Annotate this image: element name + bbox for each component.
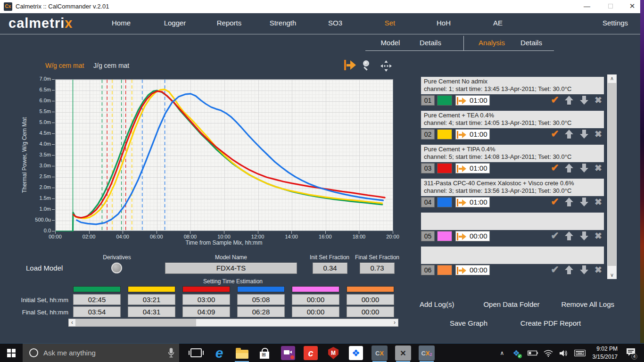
unit-tab-wg[interactable]: W/g cem mat: [45, 62, 84, 69]
video-app-icon[interactable]: [279, 345, 297, 362]
log-remove-icon[interactable]: ✖: [592, 197, 604, 207]
log-include-check-icon[interactable]: ✔: [548, 264, 561, 275]
start-button[interactable]: [0, 344, 23, 362]
windows-store-icon[interactable]: [256, 345, 273, 362]
zoom-icon[interactable]: [362, 60, 373, 74]
log-remove-icon[interactable]: ✖: [592, 95, 604, 106]
log-ignore-time-field[interactable]: 01:00: [455, 129, 490, 140]
horizontal-scroll-thumb[interactable]: [75, 319, 196, 326]
final-set-value-5[interactable]: 00:00: [292, 306, 339, 317]
horizontal-scrollbar[interactable]: ‹ ›: [68, 319, 398, 327]
log-ignore-time-field[interactable]: 01:00: [455, 95, 490, 106]
minimize-button[interactable]: —: [579, 0, 595, 13]
initial-set-value-4[interactable]: 05:08: [237, 294, 285, 305]
log-include-check-icon[interactable]: ✔: [548, 162, 561, 173]
dropbox-tray-icon[interactable]: ❖✔: [510, 344, 522, 362]
jump-to-end-icon[interactable]: [344, 60, 356, 72]
nav-item-hoh[interactable]: HoH: [437, 19, 451, 27]
log-ignore-time-field[interactable]: 01:00: [455, 163, 490, 173]
nav-item-set[interactable]: Set: [385, 19, 396, 27]
log-move-down-icon[interactable]: [580, 265, 588, 274]
notifications-icon[interactable]: 4: [623, 344, 638, 362]
create-pdf-report-button[interactable]: Create PDF Report: [520, 319, 581, 327]
unit-tab-jg[interactable]: J/g cem mat: [93, 62, 129, 69]
mcafee-icon[interactable]: M: [324, 345, 342, 362]
scroll-up-icon[interactable]: ∧: [607, 74, 617, 82]
initial-set-value-5[interactable]: 00:00: [292, 294, 339, 305]
task-view-button[interactable]: [190, 348, 202, 357]
nav-item-settings[interactable]: Settings: [603, 19, 628, 27]
vertical-scroll-thumb[interactable]: [608, 83, 616, 266]
microphone-icon[interactable]: [168, 348, 174, 360]
final-set-value-6[interactable]: 00:00: [347, 306, 394, 317]
battery-icon[interactable]: [526, 344, 540, 362]
save-graph-button[interactable]: Save Graph: [450, 319, 487, 327]
initial-set-value-3[interactable]: 03:00: [182, 294, 230, 305]
initial-set-value-1[interactable]: 02:45: [73, 294, 121, 305]
final-set-value-4[interactable]: 06:28: [237, 306, 285, 317]
calcommander-cx-icon[interactable]: CX: [371, 345, 388, 362]
model-name-field[interactable]: FDX4-TS: [165, 263, 297, 274]
cortana-search-box[interactable]: Ask me anything: [23, 344, 179, 362]
file-explorer-icon[interactable]: [233, 345, 251, 362]
nav-item-reports[interactable]: Reports: [217, 19, 242, 27]
keyboard-icon[interactable]: [572, 344, 587, 362]
log-color-swatch[interactable]: [437, 129, 452, 140]
log-move-down-icon[interactable]: [580, 231, 588, 240]
edge-icon[interactable]: e: [210, 345, 228, 362]
log-move-down-icon[interactable]: [580, 96, 588, 105]
log-move-up-icon[interactable]: [565, 265, 573, 274]
log-remove-icon[interactable]: ✖: [592, 230, 604, 241]
subnav-item-details-1[interactable]: Details: [420, 39, 441, 47]
scroll-right-icon[interactable]: ›: [391, 319, 398, 326]
log-move-up-icon[interactable]: [565, 231, 573, 240]
final-set-fraction-field[interactable]: 0.73: [360, 263, 395, 274]
tray-expand-icon[interactable]: ∧: [496, 344, 508, 362]
scroll-down-icon[interactable]: ∨: [607, 271, 617, 279]
log-remove-icon[interactable]: ✖: [592, 129, 604, 140]
close-button[interactable]: ✕: [624, 0, 640, 13]
nav-item-home[interactable]: Home: [112, 19, 131, 27]
log-move-up-icon[interactable]: [565, 130, 573, 139]
scroll-left-icon[interactable]: ‹: [69, 319, 75, 326]
log-move-down-icon[interactable]: [580, 164, 588, 173]
subnav-item-details-3[interactable]: Details: [520, 39, 542, 47]
init-set-fraction-field[interactable]: 0.34: [313, 263, 347, 274]
log-color-swatch[interactable]: [437, 197, 452, 207]
nav-item-so3[interactable]: SO3: [328, 19, 342, 27]
nav-item-ae[interactable]: AE: [493, 19, 503, 27]
calmetrix-x-app-icon[interactable]: ✕: [394, 345, 412, 362]
initial-set-value-6[interactable]: 00:00: [347, 294, 394, 305]
initial-set-value-2[interactable]: 03:21: [128, 294, 175, 305]
subnav-item-analysis-2[interactable]: Analysis: [479, 39, 505, 47]
log-include-check-icon[interactable]: ✔: [548, 230, 561, 241]
log-include-check-icon[interactable]: ✔: [548, 196, 561, 207]
log-color-swatch[interactable]: [437, 265, 452, 275]
log-move-up-icon[interactable]: [565, 96, 573, 105]
nav-item-logger[interactable]: Logger: [164, 19, 186, 27]
remove-all-logs-button[interactable]: Remove All Logs: [561, 300, 614, 308]
log-ignore-time-field[interactable]: 01:00: [455, 197, 490, 207]
nav-item-strength[interactable]: Strength: [270, 19, 297, 27]
dropbox-icon[interactable]: ❖: [347, 345, 365, 362]
final-set-value-2[interactable]: 04:31: [128, 306, 175, 317]
derivatives-toggle[interactable]: [111, 263, 122, 273]
convertx-app-icon[interactable]: c: [302, 345, 320, 362]
open-data-folder-button[interactable]: Open Data Folder: [483, 300, 539, 308]
chart-plot-area[interactable]: [55, 79, 393, 231]
add-logs-button[interactable]: Add Log(s): [420, 300, 454, 308]
log-remove-icon[interactable]: ✖: [592, 264, 604, 275]
log-include-check-icon[interactable]: ✔: [548, 128, 561, 140]
final-set-value-1[interactable]: 03:54: [73, 306, 121, 317]
log-move-up-icon[interactable]: [565, 197, 573, 206]
log-color-swatch[interactable]: [437, 163, 452, 173]
log-move-down-icon[interactable]: [580, 130, 588, 139]
maximize-button[interactable]: [603, 0, 619, 13]
load-model-button[interactable]: Load Model: [26, 264, 63, 272]
log-move-up-icon[interactable]: [565, 164, 573, 173]
log-ignore-time-field[interactable]: 00:00: [455, 265, 490, 275]
log-move-down-icon[interactable]: [580, 197, 588, 206]
log-remove-icon[interactable]: ✖: [592, 163, 604, 173]
log-ignore-time-field[interactable]: 00:00: [455, 231, 490, 241]
pan-icon[interactable]: [380, 60, 392, 74]
